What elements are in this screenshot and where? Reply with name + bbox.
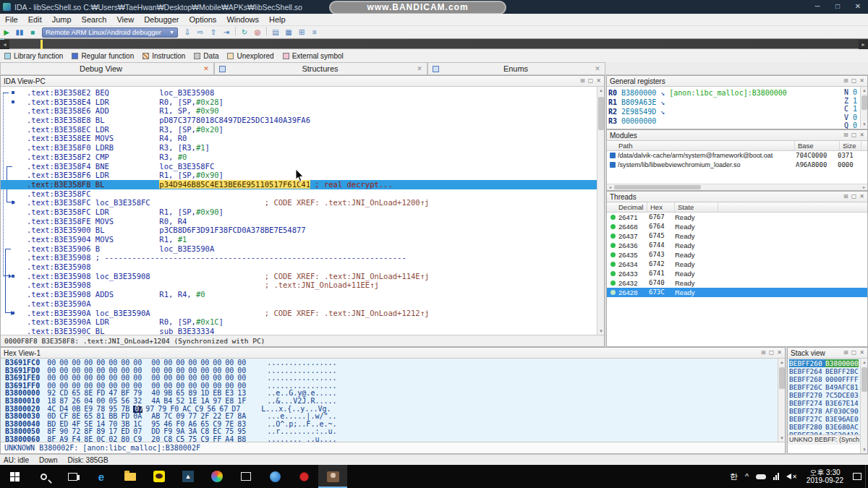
debugger-select[interactable]: Remote ARM Linux/Android debugger ▼ [42, 27, 178, 38]
disasm-line[interactable]: .text:B3E358E2 BEQ loc_B3E35908 [1, 88, 597, 98]
hex-byte[interactable]: 00 [72, 359, 84, 367]
search-button[interactable] [29, 465, 58, 488]
thread-row[interactable]: 26428673CReady [607, 288, 867, 297]
dock-icon[interactable]: ⊞ [843, 130, 848, 140]
disasm-line[interactable]: .text:B3E358E6 ADD R1, SP, #0x90 [1, 106, 597, 116]
stack-row[interactable]: BEBFF280B3E680AC [789, 423, 861, 431]
app-record[interactable] [289, 465, 318, 488]
hex-byte[interactable]: 52 [176, 398, 188, 406]
column-header-path[interactable]: Path [607, 141, 795, 150]
menu-item-search[interactable]: Search [77, 14, 112, 26]
float-icon[interactable]: ▢ [588, 76, 594, 86]
disasm-line[interactable]: .text:B3E358FC [1, 189, 597, 199]
hex-byte[interactable]: 1F [237, 398, 250, 406]
float-icon[interactable]: ▢ [851, 192, 857, 202]
scroll-down-icon[interactable]: ▼ [861, 121, 868, 128]
flags-list[interactable]: N0Z1C1V0Q0 [844, 88, 857, 130]
tab-structures[interactable]: Structures✕ [214, 62, 427, 75]
disasm-line[interactable]: .text:B3E3590A loc_B3E3590A ; CODE XREF:… [1, 309, 597, 318]
run-to-cursor-icon[interactable]: ⇥ [221, 27, 232, 38]
tray-expand-caret[interactable]: ^ [741, 465, 752, 488]
disasm-line[interactable]: .text:B3E358F0 LDRB R3, [R3,#1] [1, 143, 597, 153]
dock-icon[interactable]: ⊞ [843, 192, 848, 202]
hex-byte[interactable]: 1A [200, 398, 213, 406]
hex-byte[interactable]: 00 [213, 359, 225, 367]
jump-arrow-icon[interactable]: ↘ [660, 108, 669, 116]
hex-vertical-scrollbar[interactable]: ▲ ▼ [778, 359, 785, 442]
hex-byte[interactable]: 32 [133, 398, 145, 406]
thread-row[interactable]: 264346742Ready [607, 260, 867, 269]
flag-row[interactable]: C1 [844, 105, 857, 114]
close-icon[interactable]: ✕ [859, 192, 864, 202]
hex-byte[interactable]: E8 [225, 398, 237, 406]
close-button[interactable]: ✕ [848, 0, 868, 14]
hex-byte[interactable]: 00 [47, 359, 59, 367]
column-header-hex[interactable]: Hex [647, 202, 675, 212]
dock-icon[interactable]: ⊞ [761, 348, 766, 358]
float-icon[interactable]: ▢ [851, 348, 857, 358]
hex-byte[interactable]: 00 [225, 359, 237, 367]
thread-row[interactable]: 264716767Ready [607, 213, 867, 222]
stack-row[interactable]: BEBFF264BEBFF2BC [789, 367, 861, 375]
column-header-base[interactable]: Base [795, 141, 840, 150]
disasm-line[interactable]: .text:B3E35906 B loc_B3E3590A [1, 244, 597, 254]
dock-icon[interactable]: ⊞ [580, 76, 585, 86]
tab-debug-view[interactable]: Debug View✕ [0, 62, 214, 75]
modules-list[interactable]: /data/dalvik-cache/arm/system@framework@… [607, 151, 867, 170]
jump-arrow-icon[interactable]: ↘ [660, 89, 669, 97]
disassembly-listing[interactable]: PC .text:B3E358E2 BEQ loc_B3E35908.text:… [1, 87, 604, 335]
column-header-decimal[interactable]: Decimal [607, 202, 647, 212]
scrollbar-thumb[interactable] [861, 367, 867, 392]
menu-item-debugger[interactable]: Debugger [139, 14, 184, 26]
stack-view-header[interactable]: Stack view ⊞▢✕ [788, 348, 867, 359]
flag-row[interactable]: N0 [844, 88, 857, 97]
hex-byte[interactable]: 00 [200, 359, 213, 367]
thread-row[interactable]: 264686764Ready [607, 222, 867, 231]
breakpoints-icon[interactable]: ◎ [252, 27, 263, 38]
scroll-up-icon[interactable]: ▲ [861, 359, 868, 366]
scrollbar-thumb[interactable] [779, 367, 785, 389]
disasm-line[interactable]: .text:B3E35908 ; -----------------------… [1, 253, 597, 262]
step-over-icon[interactable]: ⇨ [195, 27, 206, 38]
disasm-line[interactable]: .text:B3E358F8 BL p34D946B85C4E13BE6E951… [1, 180, 597, 189]
disasm-line[interactable]: .text:B3E35908 ADDS R1, R4, #0 [1, 290, 597, 299]
tab-close-icon[interactable]: ✕ [414, 65, 425, 72]
disasm-line[interactable]: .text:B3E35904 MOVS R1, #1 [1, 235, 597, 244]
flag-row[interactable]: Z1 [844, 97, 857, 106]
scrollbar-thumb[interactable] [598, 97, 604, 130]
hex-row[interactable]: B380001018872604000556324AB4521E1A97E81F… [5, 398, 778, 406]
hex-byte[interactable]: 97 [213, 398, 225, 406]
hex-byte[interactable]: 05 [109, 398, 121, 406]
navband-right-arrow-icon[interactable]: ▸ [859, 40, 868, 49]
cloud-icon[interactable] [752, 465, 770, 488]
disasm-vertical-scrollbar[interactable]: ▲ ▼ [597, 87, 604, 335]
scroll-up-icon[interactable]: ▲ [861, 87, 868, 94]
hex-byte[interactable]: 56 [121, 398, 133, 406]
disasm-line[interactable]: .text:B3E358E4 LDR R0, [SP,#0x28] [1, 98, 597, 107]
run-icon[interactable]: ▶ [1, 27, 12, 38]
stack-vertical-scrollbar[interactable]: ▲ ▼ [860, 359, 867, 453]
disasm-line[interactable]: .text:B3E3590C BL sub_B3E33334 [1, 327, 597, 335]
hex-view-header[interactable]: Hex View-1 ⊞▢✕ [1, 348, 785, 359]
run-until-return-icon[interactable]: ⇧ [208, 27, 219, 38]
start-button[interactable] [0, 465, 29, 488]
disasm-line[interactable]: .text:B3E3590A LDR R0, [SP,#0x1C] [1, 317, 597, 327]
structures-icon[interactable]: ▦ [283, 27, 294, 38]
stack-row[interactable]: BEBFF278AF030C90 [789, 407, 861, 415]
close-icon[interactable]: ✕ [859, 348, 864, 358]
register-row[interactable]: R2 2E98549D ↘ [608, 107, 787, 116]
register-row[interactable]: R3 00000000 [608, 116, 787, 126]
stack-row[interactable]: BEBFF27CB3E96AE0 [789, 415, 861, 423]
hex-byte[interactable]: 87 [59, 398, 72, 406]
hex-byte[interactable]: 00 [151, 359, 163, 367]
close-icon[interactable]: ✕ [859, 76, 864, 86]
app-blue[interactable] [260, 465, 289, 488]
module-row[interactable]: /system/lib/libwebviewchromium_loader.so… [607, 160, 867, 170]
stack-row[interactable]: BEBFF26CB49AFC81 [789, 383, 861, 391]
hex-byte[interactable]: 00 [109, 359, 121, 367]
ida-view-header[interactable]: IDA View-PC ⊞▢✕ [1, 76, 604, 87]
thread-row[interactable]: 264366744Ready [607, 241, 867, 250]
network-icon[interactable] [770, 465, 783, 488]
hex-byte[interactable]: 00 [133, 359, 145, 367]
menu-item-file[interactable]: File [0, 14, 23, 26]
